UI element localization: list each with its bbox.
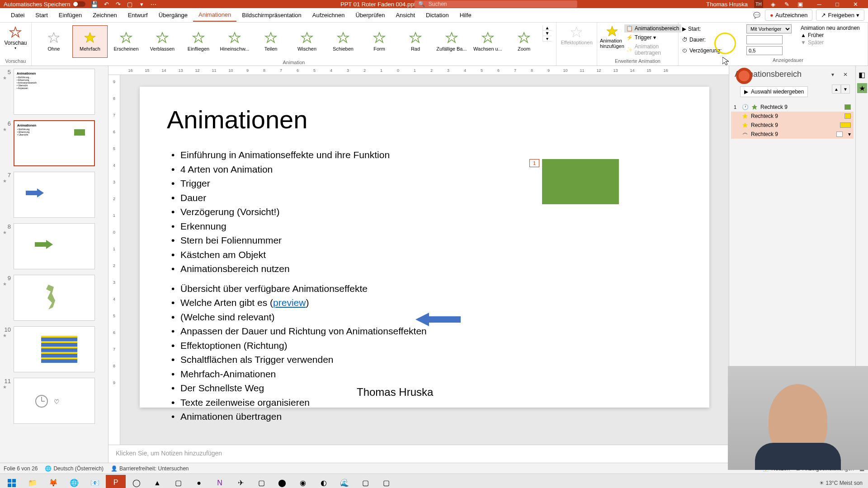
autosave-toggle[interactable]: Automatisches Speichern <box>4 1 85 8</box>
edge-icon[interactable]: 🌊 <box>335 475 354 488</box>
accessibility[interactable]: 👤 Barrierefreiheit: Untersuchen <box>111 465 189 472</box>
anim-einfliegen[interactable]: Einfliegen <box>181 25 216 58</box>
thumb-7[interactable] <box>14 172 95 218</box>
dropdown-icon[interactable]: ▾ <box>138 0 145 8</box>
tab-animationen[interactable]: Animationen <box>193 9 236 22</box>
anim-entry-2[interactable]: Rechteck 9 <box>731 112 854 121</box>
anim-verblassen[interactable]: Verblassen <box>145 25 180 58</box>
vorschau-button[interactable]: Vorschau ▾ <box>4 23 27 50</box>
tab-einfuegen[interactable]: Einfügen <box>53 9 87 21</box>
pane-dropdown[interactable]: ▾ <box>828 70 837 79</box>
present-icon[interactable]: ▢ <box>126 0 133 8</box>
tab-entwurf[interactable]: Entwurf <box>123 9 153 21</box>
gallery-up[interactable]: ▲ <box>543 25 552 31</box>
maximize-button[interactable]: □ <box>828 0 846 8</box>
app-icon-3[interactable]: ● <box>189 475 209 488</box>
close-button[interactable]: ✕ <box>846 0 864 8</box>
tab-zeichnen[interactable]: Zeichnen <box>87 9 122 21</box>
undo-icon[interactable]: ↶ <box>103 0 110 8</box>
freigeben-button[interactable]: ↗Freigeben▾ <box>816 9 864 21</box>
gallery-more[interactable]: ▾ <box>543 36 552 42</box>
blue-arrow-shape[interactable] <box>415 313 461 326</box>
anim-teilen[interactable]: Teilen <box>253 25 288 58</box>
thumb-11[interactable]: ♡ <box>14 378 95 424</box>
outlook-icon[interactable]: 📧 <box>85 475 105 488</box>
anim-entry-1[interactable]: 1 🕐 Rechteck 9 <box>731 103 854 112</box>
powerpoint-icon[interactable]: P <box>106 475 126 488</box>
gallery-down[interactable]: ▼ <box>543 31 552 36</box>
tab-hilfe[interactable]: Hilfe <box>454 9 477 21</box>
anim-hineinschw[interactable]: Hineinschw... <box>217 25 252 58</box>
search-box[interactable]: 🔍 Suchen <box>415 0 577 8</box>
anim-erscheinen[interactable]: Erscheinen <box>108 25 144 58</box>
anim-mehrfach[interactable]: Mehrfach <box>72 25 108 58</box>
anim-rad[interactable]: Rad <box>398 25 433 58</box>
app-icon-6[interactable]: ◐ <box>314 475 334 488</box>
dauer-input[interactable] <box>746 35 783 44</box>
thumb-5[interactable]: Animationen• Einführung...• Erkennung• A… <box>14 69 95 115</box>
filename[interactable]: PPT 01 Roter Faden 004.pptx <box>340 1 418 8</box>
trigger-button[interactable]: ⚡ Trigger ▾ <box>624 33 681 42</box>
user-badge[interactable]: TH <box>754 0 763 9</box>
tab-ueberpruefen[interactable]: Überprüfen <box>350 9 390 21</box>
app-icon-5[interactable]: ◉ <box>293 475 313 488</box>
slide-author[interactable]: Thomas Hruska <box>357 386 433 399</box>
telegram-icon[interactable]: ✈ <box>231 475 250 488</box>
anim-schieben[interactable]: Schieben <box>326 25 361 58</box>
diamond-icon[interactable]: ◈ <box>769 0 777 8</box>
chrome-icon[interactable]: 🌐 <box>64 475 84 488</box>
pen-icon[interactable]: ✎ <box>783 0 790 8</box>
slide-counter[interactable]: Folie 6 von 26 <box>4 465 38 472</box>
frueher-button[interactable]: ▲ Früher <box>801 32 860 39</box>
app-icon[interactable]: ◯ <box>127 475 146 488</box>
notes-area[interactable]: Klicken Sie, um Notizen hinzuzufügen <box>108 445 729 463</box>
tab-ansicht[interactable]: Ansicht <box>390 9 420 21</box>
save-icon[interactable]: 💾 <box>91 0 98 8</box>
app-icon-8[interactable]: ▢ <box>376 475 396 488</box>
start-button[interactable] <box>2 475 22 488</box>
toggle-switch[interactable] <box>73 1 85 7</box>
animation-hinzufuegen-button[interactable]: Animation hinzufügen <box>600 23 624 56</box>
aufzeichnen-button[interactable]: ●Aufzeichnen <box>765 9 812 21</box>
anim-zoom[interactable]: Zoom <box>506 25 542 58</box>
slide-canvas[interactable]: Animationen Einführung in Animationseffe… <box>140 87 709 408</box>
anim-up[interactable]: ▲ <box>832 84 841 94</box>
anim-wachsen[interactable]: Wachsen u... <box>470 25 505 58</box>
anim-zufaellig[interactable]: Zufällige Ba... <box>434 25 469 58</box>
verzoegerung-input[interactable] <box>746 46 783 55</box>
minimize-button[interactable]: ─ <box>810 0 828 8</box>
onenote-icon[interactable]: N <box>210 475 230 488</box>
anim-entry-4[interactable]: Rechteck 9 ▾ <box>731 130 854 139</box>
anim-down[interactable]: ▼ <box>841 84 850 94</box>
app-icon-4[interactable]: ▢ <box>251 475 271 488</box>
firefox-icon[interactable]: 🦊 <box>43 475 63 488</box>
animation-number-badge[interactable]: 1 <box>529 159 539 167</box>
pane-close[interactable]: ✕ <box>841 70 850 79</box>
tab-datei[interactable]: Datei <box>5 9 30 21</box>
weather-widget[interactable]: ☀ 13°C Meist son <box>819 480 863 486</box>
start-select[interactable]: Mit Vorheriger <box>746 24 792 33</box>
tab-dictation[interactable]: Dictation <box>420 9 454 21</box>
thumb-8[interactable] <box>14 223 95 269</box>
thumb-6[interactable]: Animationen• Einführung• Erkennung• Über… <box>14 120 95 166</box>
animationsbereich-button[interactable]: 📋 Animationsbereich <box>624 24 681 33</box>
more-icon[interactable]: ⋯ <box>150 0 157 8</box>
designer-icon[interactable]: ◧ <box>857 70 867 80</box>
play-selection-button[interactable]: ▶ Auswahl wiedergeben <box>740 86 808 97</box>
anim-entry-3[interactable]: Rechteck 9 <box>731 121 854 130</box>
tab-uebergaenge[interactable]: Übergänge <box>153 9 193 21</box>
anim-ohne[interactable]: Ohne <box>36 25 71 58</box>
explorer-icon[interactable]: 📁 <box>23 475 42 488</box>
slide-title[interactable]: Animationen <box>167 105 682 134</box>
anim-form[interactable]: Form <box>362 25 397 58</box>
redo-icon[interactable]: ↷ <box>114 0 122 8</box>
green-rectangle-shape[interactable] <box>542 159 619 204</box>
chevron-down-icon[interactable]: ▾ <box>848 131 851 137</box>
comments-icon[interactable]: 💬 <box>752 11 761 20</box>
app-icon-2[interactable]: ▢ <box>168 475 188 488</box>
vlc-icon[interactable]: ▲ <box>147 475 167 488</box>
username[interactable]: Thomas Hruska <box>706 1 748 8</box>
window-icon[interactable]: ▣ <box>797 0 804 8</box>
tab-bildschirm[interactable]: Bildschirmpräsentation <box>236 9 307 21</box>
app-icon-7[interactable]: ▢ <box>355 475 375 488</box>
